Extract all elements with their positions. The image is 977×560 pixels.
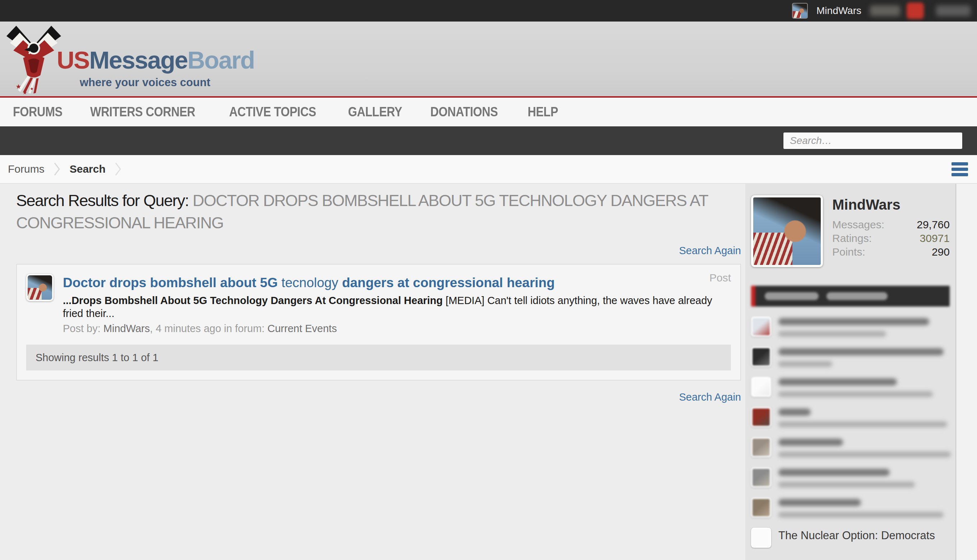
topic-item-blurred[interactable] bbox=[751, 347, 950, 367]
active-topics-heading-blurred bbox=[751, 286, 950, 307]
nav-item-help[interactable]: HELP bbox=[528, 105, 558, 120]
page-title-prefix: Search Results for Query: bbox=[16, 191, 192, 210]
profile-stats: Messages: 29,760 Ratings: 30971 Points: … bbox=[832, 218, 950, 259]
topic-thumbnail bbox=[751, 317, 771, 337]
site-header: ★ ★ ★ USMessageBoard where your voices c… bbox=[0, 22, 977, 96]
result-meta-forum[interactable]: Current Events bbox=[267, 323, 337, 334]
topic-meta-blurred bbox=[778, 512, 944, 518]
results-count-bar: Showing results 1 to 1 of 1 bbox=[26, 345, 731, 370]
stat-row-messages: Messages: 29,760 bbox=[832, 218, 950, 232]
page-title: Search Results for Query: DOCTOR DROPS B… bbox=[16, 190, 741, 234]
right-margin-strip bbox=[957, 184, 977, 560]
topic-meta-blurred bbox=[778, 422, 947, 427]
profile-name[interactable]: MindWars bbox=[832, 197, 950, 213]
topic-meta-blurred bbox=[778, 331, 886, 337]
alerts-link-blurred[interactable] bbox=[936, 5, 970, 16]
topic-item-blurred[interactable] bbox=[751, 437, 950, 457]
logo-tagline: where your voices count bbox=[80, 76, 254, 89]
site-logo[interactable]: USMessageBoard where your voices count bbox=[57, 47, 254, 89]
topic-meta-blurred bbox=[778, 391, 933, 397]
logo-part-message: Message bbox=[89, 46, 187, 73]
active-topics-list: The Nuclear Option: Democrats bbox=[745, 317, 955, 548]
topic-title-blurred bbox=[778, 378, 897, 385]
search-band bbox=[0, 127, 977, 155]
topic-thumbnail bbox=[751, 437, 771, 457]
topic-item-blurred[interactable] bbox=[751, 467, 950, 487]
topic-title[interactable]: The Nuclear Option: Democrats bbox=[778, 528, 935, 548]
main-navigation: FORUMS WRITERS CORNER ACTIVE TOPICS GALL… bbox=[0, 98, 977, 127]
topic-thumbnail bbox=[751, 407, 771, 427]
topic-item-partial[interactable]: The Nuclear Option: Democrats bbox=[751, 528, 950, 548]
result-snippet: ...Drops Bombshell About 5G Technology D… bbox=[63, 294, 731, 320]
search-result-card: Post Doctor drops bombshell about 5G tec… bbox=[16, 264, 741, 380]
sidebar: MindWars Messages: 29,760 Ratings: 30971… bbox=[745, 184, 956, 560]
profile-avatar[interactable] bbox=[751, 195, 823, 267]
points-value: 290 bbox=[932, 245, 950, 259]
result-row: Doctor drops bombshell about 5G tecnolog… bbox=[26, 274, 731, 335]
chevron-right-icon bbox=[54, 162, 60, 176]
result-title-link[interactable]: Doctor drops bombshell about 5G tecnolog… bbox=[63, 275, 731, 291]
breadcrumb-forums[interactable]: Forums bbox=[8, 163, 45, 175]
profile-card: MindWars Messages: 29,760 Ratings: 30971… bbox=[745, 184, 955, 267]
result-title-bold-1: Doctor drops bombshell about 5G bbox=[63, 275, 278, 290]
topic-title-blurred bbox=[778, 348, 944, 355]
result-snippet-bold: ...Drops Bombshell About 5G Technology D… bbox=[63, 295, 443, 306]
logo-part-board: Board bbox=[187, 46, 254, 73]
topic-title-blurred bbox=[778, 469, 890, 476]
username-link[interactable]: MindWars bbox=[817, 5, 861, 17]
inbox-count-badge-blurred[interactable] bbox=[907, 3, 924, 19]
stat-row-ratings: Ratings: 30971 bbox=[832, 232, 950, 245]
topic-item-blurred[interactable] bbox=[751, 407, 950, 427]
search-again-link-top[interactable]: Search Again bbox=[679, 245, 741, 256]
topic-title-blurred bbox=[778, 439, 843, 446]
result-meta-author[interactable]: MindWars bbox=[104, 323, 150, 334]
search-results-column: Search Results for Query: DOCTOR DROPS B… bbox=[16, 190, 741, 403]
topic-meta-blurred bbox=[778, 452, 951, 457]
breadcrumb: Forums Search bbox=[0, 155, 977, 184]
topic-thumbnail bbox=[751, 498, 771, 518]
top-user-bar: MindWars bbox=[0, 0, 977, 22]
search-input[interactable] bbox=[783, 132, 963, 149]
topic-thumbnail bbox=[751, 528, 771, 548]
ratings-value: 30971 bbox=[920, 232, 950, 245]
svg-text:★: ★ bbox=[30, 87, 34, 91]
inbox-link-blurred[interactable] bbox=[870, 5, 900, 16]
user-avatar[interactable] bbox=[792, 3, 808, 19]
nav-item-writers-corner[interactable]: WRITERS CORNER bbox=[90, 105, 195, 120]
topic-title-blurred bbox=[778, 408, 811, 416]
nav-item-gallery[interactable]: GALLERY bbox=[348, 105, 402, 120]
svg-text:★: ★ bbox=[23, 90, 27, 95]
topic-title-blurred bbox=[778, 499, 861, 506]
breadcrumb-search: Search bbox=[70, 163, 105, 175]
result-meta: Post by: MindWars, 4 minutes ago in foru… bbox=[63, 323, 731, 335]
messages-value: 29,760 bbox=[917, 218, 950, 232]
eagle-logo-icon: ★ ★ ★ bbox=[3, 24, 64, 95]
topic-meta-blurred bbox=[778, 482, 915, 487]
topic-title-blurred bbox=[778, 318, 929, 325]
stat-row-points: Points: 290 bbox=[832, 245, 950, 259]
result-title-bold-2: dangers at congressional hearing bbox=[342, 275, 554, 290]
result-title-regular: tecnology bbox=[278, 275, 342, 290]
topic-meta-blurred bbox=[778, 361, 832, 367]
svg-text:★: ★ bbox=[16, 83, 22, 90]
nav-item-donations[interactable]: DONATIONS bbox=[430, 105, 498, 120]
topic-item-blurred[interactable] bbox=[751, 498, 950, 518]
topic-thumbnail bbox=[751, 467, 771, 487]
menu-hamburger-icon[interactable] bbox=[952, 162, 968, 176]
result-author-avatar[interactable] bbox=[26, 274, 53, 301]
search-again-link-bottom[interactable]: Search Again bbox=[679, 391, 741, 403]
topic-thumbnail bbox=[751, 347, 771, 367]
logo-part-us: US bbox=[57, 46, 89, 73]
result-type-label: Post bbox=[710, 272, 731, 284]
chevron-right-icon bbox=[115, 162, 122, 176]
topic-item-blurred[interactable] bbox=[751, 377, 950, 397]
topic-item-blurred[interactable] bbox=[751, 317, 950, 337]
topic-thumbnail bbox=[751, 377, 771, 397]
nav-item-forums[interactable]: FORUMS bbox=[13, 105, 62, 120]
nav-item-active-topics[interactable]: ACTIVE TOPICS bbox=[229, 105, 316, 120]
